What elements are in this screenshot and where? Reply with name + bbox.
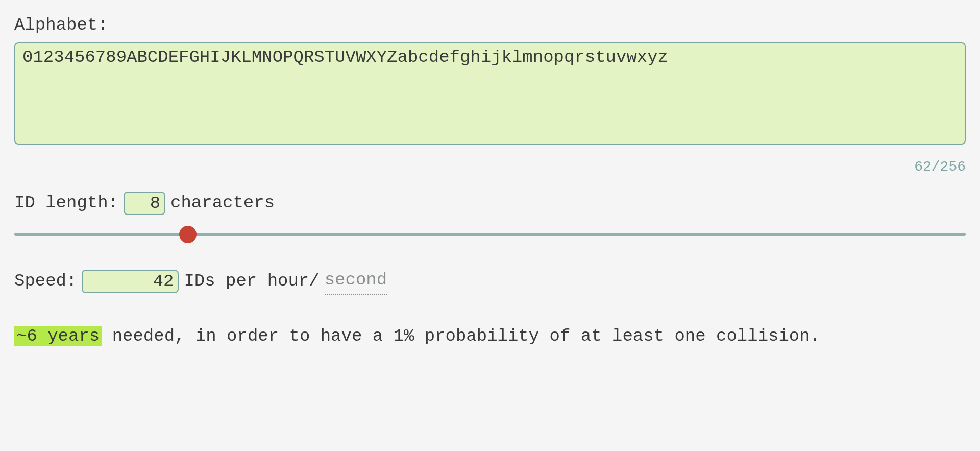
alphabet-counter: 62/256	[14, 156, 966, 178]
alphabet-label: Alphabet:	[14, 12, 966, 38]
result-text: ~6 years needed, in order to have a 1% p…	[14, 320, 966, 353]
length-label-post: characters	[170, 190, 275, 216]
length-slider[interactable]	[14, 224, 966, 245]
speed-label-pre: Speed:	[14, 268, 77, 294]
speed-label-post: IDs per hour/	[184, 268, 319, 294]
alphabet-input[interactable]	[14, 42, 966, 145]
speed-input[interactable]	[82, 270, 179, 293]
result-tail: needed, in order to have a 1% probabilit…	[102, 326, 820, 346]
result-highlight: ~6 years	[14, 326, 102, 346]
speed-unit-toggle[interactable]: second	[325, 267, 387, 295]
length-input[interactable]	[124, 192, 165, 215]
length-label-pre: ID length:	[14, 190, 118, 216]
